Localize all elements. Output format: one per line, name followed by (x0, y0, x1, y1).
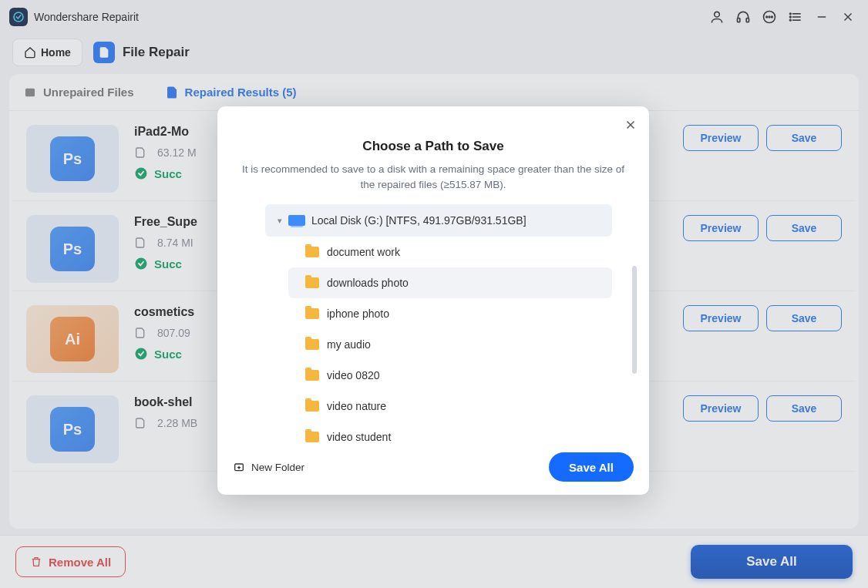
folder-row[interactable]: iphone photo (231, 298, 635, 329)
folder-row[interactable]: document work (231, 237, 635, 267)
folder-label: video 0820 (327, 369, 380, 381)
scrollbar[interactable] (632, 266, 637, 374)
new-folder-label: New Folder (251, 462, 304, 473)
folder-label: video nature (327, 400, 386, 412)
folder-label: my audio (327, 338, 371, 351)
modal-save-all-button[interactable]: Save All (549, 452, 634, 482)
disk-row[interactable]: ▾ Local Disk (G:) [NTFS, 491.97GB/931.51… (265, 204, 612, 237)
modal-subtitle: It is recommended to save to a disk with… (234, 162, 632, 192)
folder-row[interactable]: my audio (231, 329, 635, 360)
folder-row[interactable]: video 0820 (231, 360, 635, 391)
chevron-down-icon: ▾ (278, 216, 282, 226)
folder-icon (305, 432, 319, 442)
folder-icon (305, 370, 319, 381)
disk-label: Local Disk (G:) [NTFS, 491.97GB/931.51GB… (311, 214, 527, 227)
folder-icon (305, 247, 319, 257)
folder-label: iphone photo (327, 307, 389, 320)
folder-row[interactable]: video student (231, 422, 635, 452)
folder-label: video student (327, 431, 391, 443)
disk-icon (288, 215, 305, 226)
new-folder-button[interactable]: New Folder (233, 461, 304, 473)
folder-icon (305, 277, 319, 288)
folder-icon (305, 339, 319, 350)
folder-row[interactable]: video nature (231, 391, 635, 422)
folder-label: downloads photo (327, 277, 409, 289)
save-path-modal: Choose a Path to Save It is recommended … (217, 106, 649, 495)
folder-icon (305, 308, 319, 319)
folder-label: document work (327, 246, 400, 258)
folder-tree: ▾ Local Disk (G:) [NTFS, 491.97GB/931.51… (231, 204, 635, 443)
close-icon[interactable] (620, 114, 641, 136)
folder-icon (305, 401, 319, 412)
folder-row-selected[interactable]: downloads photo (288, 267, 612, 298)
modal-title: Choose a Path to Save (217, 139, 649, 154)
